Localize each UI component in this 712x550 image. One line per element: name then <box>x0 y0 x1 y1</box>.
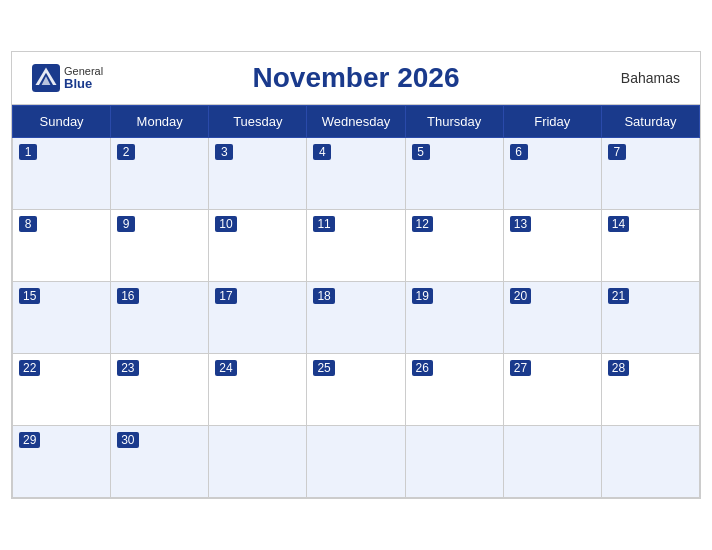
week-row-4: 22232425262728 <box>13 354 700 426</box>
calendar: General Blue November 2026 Bahamas Sunda… <box>11 51 701 499</box>
calendar-day-cell: 28 <box>601 354 699 426</box>
calendar-day-cell <box>307 426 405 498</box>
calendar-day-cell: 11 <box>307 210 405 282</box>
day-number: 24 <box>215 360 236 376</box>
calendar-day-cell: 6 <box>503 138 601 210</box>
calendar-day-cell: 12 <box>405 210 503 282</box>
day-number: 6 <box>510 144 528 160</box>
day-number: 4 <box>313 144 331 160</box>
calendar-day-cell <box>405 426 503 498</box>
day-number: 17 <box>215 288 236 304</box>
calendar-day-cell: 15 <box>13 282 111 354</box>
calendar-day-cell: 27 <box>503 354 601 426</box>
header-wednesday: Wednesday <box>307 106 405 138</box>
week-row-1: 1234567 <box>13 138 700 210</box>
calendar-day-cell: 29 <box>13 426 111 498</box>
day-number: 3 <box>215 144 233 160</box>
logo-blue-text: Blue <box>64 77 103 90</box>
calendar-day-cell: 23 <box>111 354 209 426</box>
header-thursday: Thursday <box>405 106 503 138</box>
calendar-day-cell: 17 <box>209 282 307 354</box>
logo-area: General Blue <box>32 64 103 92</box>
calendar-day-cell: 25 <box>307 354 405 426</box>
day-number: 8 <box>19 216 37 232</box>
calendar-day-cell <box>503 426 601 498</box>
day-number: 26 <box>412 360 433 376</box>
calendar-day-cell: 7 <box>601 138 699 210</box>
day-number: 20 <box>510 288 531 304</box>
month-title: November 2026 <box>252 62 459 94</box>
header-sunday: Sunday <box>13 106 111 138</box>
day-number: 19 <box>412 288 433 304</box>
calendar-day-cell: 20 <box>503 282 601 354</box>
day-number: 25 <box>313 360 334 376</box>
day-number: 27 <box>510 360 531 376</box>
calendar-day-cell: 21 <box>601 282 699 354</box>
day-number: 30 <box>117 432 138 448</box>
calendar-day-cell: 30 <box>111 426 209 498</box>
header-tuesday: Tuesday <box>209 106 307 138</box>
calendar-day-cell: 8 <box>13 210 111 282</box>
day-number: 14 <box>608 216 629 232</box>
calendar-day-cell: 18 <box>307 282 405 354</box>
week-row-3: 15161718192021 <box>13 282 700 354</box>
day-number: 1 <box>19 144 37 160</box>
day-number: 16 <box>117 288 138 304</box>
calendar-day-cell <box>209 426 307 498</box>
header-monday: Monday <box>111 106 209 138</box>
calendar-day-cell: 14 <box>601 210 699 282</box>
calendar-day-cell: 26 <box>405 354 503 426</box>
day-number: 22 <box>19 360 40 376</box>
day-number: 23 <box>117 360 138 376</box>
day-number: 11 <box>313 216 334 232</box>
logo-text: General Blue <box>64 66 103 90</box>
calendar-day-cell: 4 <box>307 138 405 210</box>
calendar-day-cell: 3 <box>209 138 307 210</box>
day-number: 2 <box>117 144 135 160</box>
calendar-day-cell: 2 <box>111 138 209 210</box>
calendar-day-cell: 19 <box>405 282 503 354</box>
calendar-day-cell: 10 <box>209 210 307 282</box>
calendar-day-cell: 9 <box>111 210 209 282</box>
header-saturday: Saturday <box>601 106 699 138</box>
calendar-day-cell: 16 <box>111 282 209 354</box>
day-number: 12 <box>412 216 433 232</box>
generalblue-icon <box>32 64 60 92</box>
day-number: 15 <box>19 288 40 304</box>
day-number: 9 <box>117 216 135 232</box>
day-number: 21 <box>608 288 629 304</box>
weekday-header-row: Sunday Monday Tuesday Wednesday Thursday… <box>13 106 700 138</box>
day-number: 29 <box>19 432 40 448</box>
calendar-day-cell: 1 <box>13 138 111 210</box>
week-row-5: 2930 <box>13 426 700 498</box>
header-friday: Friday <box>503 106 601 138</box>
day-number: 10 <box>215 216 236 232</box>
country-label: Bahamas <box>621 70 680 86</box>
calendar-day-cell: 5 <box>405 138 503 210</box>
calendar-table: Sunday Monday Tuesday Wednesday Thursday… <box>12 105 700 498</box>
calendar-day-cell: 22 <box>13 354 111 426</box>
day-number: 13 <box>510 216 531 232</box>
calendar-day-cell: 13 <box>503 210 601 282</box>
calendar-day-cell <box>601 426 699 498</box>
day-number: 18 <box>313 288 334 304</box>
day-number: 5 <box>412 144 430 160</box>
calendar-header: General Blue November 2026 Bahamas <box>12 52 700 105</box>
calendar-day-cell: 24 <box>209 354 307 426</box>
week-row-2: 891011121314 <box>13 210 700 282</box>
day-number: 7 <box>608 144 626 160</box>
day-number: 28 <box>608 360 629 376</box>
